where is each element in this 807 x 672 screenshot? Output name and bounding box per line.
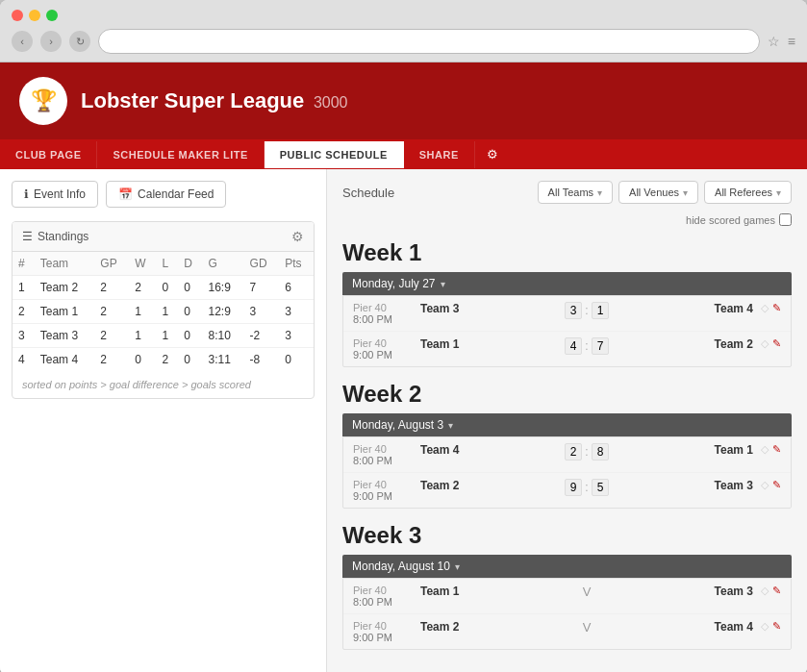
diamond-icon[interactable]: ◇	[761, 620, 769, 633]
minimize-dot[interactable]	[29, 10, 40, 21]
game-time: 8:00 PM	[353, 313, 420, 325]
cell-pts: 3	[279, 324, 314, 348]
app-content: 🏆 Lobster Super League 3000 CLUB PAGE SC…	[0, 62, 807, 672]
main-layout: ℹ Event Info 📅 Calendar Feed ☰ Standings	[0, 169, 807, 672]
col-rank: #	[13, 252, 35, 276]
back-button[interactable]: ‹	[12, 31, 33, 52]
browser-bar: ‹ › ↻ ☆ ≡	[12, 29, 795, 54]
all-venues-chevron: ▾	[683, 187, 688, 198]
away-team-name: Team 4	[620, 620, 753, 634]
game-block: Pier 40 8:00 PM Team 4 2:8 Team 1 ◇ ✎ Pi…	[342, 436, 792, 509]
cell-pts: 3	[279, 300, 314, 324]
diamond-icon[interactable]: ◇	[761, 443, 769, 456]
game-home: Team 2	[420, 479, 553, 492]
hide-scored-checkbox[interactable]	[779, 213, 792, 226]
game-actions: ◇ ✎	[761, 585, 781, 597]
diamond-icon[interactable]: ◇	[761, 337, 769, 350]
all-teams-button[interactable]: All Teams ▾	[538, 181, 613, 204]
game-venue: Pier 40	[353, 585, 420, 596]
schedule-area: Schedule All Teams ▾ All Venues ▾ All Re…	[327, 169, 807, 672]
cell-w: 1	[129, 300, 156, 324]
tab-schedule-maker[interactable]: SCHEDULE MAKER LITE	[97, 141, 264, 168]
refresh-button[interactable]: ↻	[69, 31, 90, 52]
game-actions: ◇ ✎	[761, 443, 781, 456]
edit-icon[interactable]: ✎	[772, 620, 781, 633]
cell-gp: 2	[94, 276, 129, 300]
home-team-name: Team 3	[420, 302, 553, 315]
tab-club-page[interactable]: CLUB PAGE	[0, 141, 97, 168]
day-chevron: ▾	[448, 420, 453, 431]
calendar-feed-label: Calendar Feed	[138, 187, 214, 201]
col-pts: Pts	[279, 252, 314, 276]
tab-settings[interactable]: ⚙	[475, 139, 510, 169]
score-colon: :	[585, 445, 588, 459]
col-g: G	[203, 252, 244, 276]
cell-d: 0	[178, 300, 202, 324]
standings-row: 2Team 1211012:933	[13, 300, 314, 324]
day-label: Monday, July 27	[352, 277, 436, 290]
nav-tabs: CLUB PAGE SCHEDULE MAKER LITE PUBLIC SCH…	[0, 139, 807, 169]
tab-public-schedule[interactable]: PUBLIC SCHEDULE	[265, 141, 404, 168]
col-d: D	[178, 252, 202, 276]
diamond-icon[interactable]: ◇	[761, 585, 769, 597]
menu-icon[interactable]: ≡	[788, 34, 795, 49]
schedule-controls: All Teams ▾ All Venues ▾ All Referees ▾	[538, 181, 792, 204]
standings-row: 4Team 420203:11-80	[13, 348, 314, 372]
score-home: 2	[565, 443, 583, 460]
edit-icon[interactable]: ✎	[772, 302, 781, 314]
game-actions: ◇ ✎	[761, 337, 781, 350]
game-home: Team 1	[420, 585, 553, 598]
event-info-button[interactable]: ℹ Event Info	[12, 181, 98, 208]
game-block: Pier 40 8:00 PM Team 1 V Team 3 ◇ ✎ Pier…	[342, 578, 792, 650]
home-team-name: Team 2	[420, 620, 553, 634]
edit-icon[interactable]: ✎	[772, 585, 781, 597]
score-away: 1	[592, 302, 610, 319]
all-referees-button[interactable]: All Referees ▾	[704, 181, 792, 204]
cell-gd: -8	[244, 348, 280, 372]
diamond-icon[interactable]: ◇	[761, 302, 769, 314]
game-row: Pier 40 8:00 PM Team 3 3:1 Team 4 ◇ ✎	[343, 296, 791, 332]
cell-d: 0	[178, 276, 202, 300]
edit-icon[interactable]: ✎	[772, 479, 781, 491]
url-input[interactable]	[98, 29, 760, 54]
col-team: Team	[35, 252, 95, 276]
score-away: 5	[592, 479, 610, 496]
forward-button[interactable]: ›	[40, 31, 62, 52]
game-venue-time: Pier 40 9:00 PM	[353, 337, 420, 361]
cell-team: Team 1	[35, 300, 95, 324]
cell-gd: 3	[244, 300, 280, 324]
col-w: W	[129, 252, 156, 276]
score-colon: :	[585, 304, 588, 317]
cell-l: 1	[157, 324, 179, 348]
cell-gp: 2	[94, 348, 129, 372]
bookmark-icon[interactable]: ☆	[768, 34, 780, 49]
action-buttons: ℹ Event Info 📅 Calendar Feed	[12, 181, 315, 208]
event-info-label: Event Info	[34, 187, 86, 201]
all-venues-button[interactable]: All Venues ▾	[618, 181, 698, 204]
league-number: 3000	[314, 94, 348, 111]
maximize-dot[interactable]	[46, 10, 58, 21]
schedule-label: Schedule	[342, 186, 394, 200]
day-header: Monday, August 3 ▾	[342, 413, 792, 436]
league-name: Lobster Super League	[81, 88, 304, 112]
day-label: Monday, August 10	[352, 560, 450, 573]
info-icon: ℹ	[24, 187, 29, 201]
tab-share[interactable]: SHARE	[404, 141, 475, 168]
game-score: V	[553, 620, 620, 635]
week-section: Week 1Monday, July 27 ▾ Pier 40 8:00 PM …	[342, 239, 792, 367]
edit-icon[interactable]: ✎	[772, 443, 781, 456]
edit-icon[interactable]: ✎	[772, 337, 781, 350]
cell-g: 8:10	[203, 324, 244, 348]
all-teams-label: All Teams	[548, 187, 593, 198]
cell-w: 2	[129, 276, 156, 300]
game-venue: Pier 40	[353, 620, 420, 632]
diamond-icon[interactable]: ◇	[761, 479, 769, 491]
cell-team: Team 3	[35, 324, 95, 348]
game-time: 9:00 PM	[353, 349, 420, 361]
list-icon: ☰	[22, 230, 33, 243]
calendar-feed-button[interactable]: 📅 Calendar Feed	[106, 181, 226, 208]
home-team-name: Team 2	[420, 479, 553, 492]
home-team-name: Team 1	[420, 337, 553, 351]
standings-settings-icon[interactable]: ⚙	[291, 229, 304, 244]
close-dot[interactable]	[12, 10, 23, 21]
